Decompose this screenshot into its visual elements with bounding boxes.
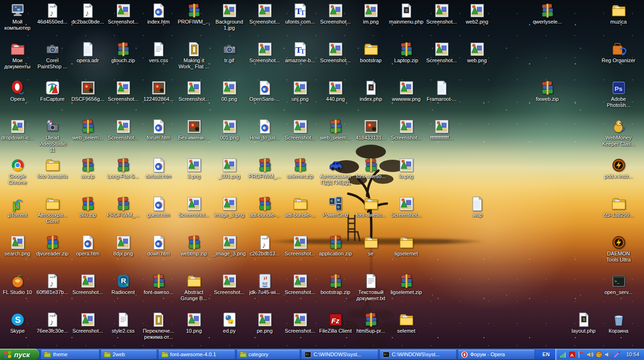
desktop-icon[interactable]: pe.png bbox=[248, 312, 282, 334]
desktop-icon[interactable]: Screenshot... bbox=[71, 312, 105, 334]
desktop-icon[interactable]: im.png bbox=[354, 3, 388, 25]
desktop-icon[interactable]: selemet.zip bbox=[283, 157, 317, 180]
desktop-icon[interactable]: .mp3♪46d4550ed... bbox=[35, 3, 69, 25]
desktop-icon[interactable]: application.zip bbox=[318, 235, 352, 257]
desktop-icon[interactable]: Текстовый документ.txt bbox=[354, 273, 388, 302]
desktop-icon[interactable]: PROFIWM_... bbox=[248, 157, 282, 180]
desktop-icon[interactable]: wwwww.png bbox=[389, 80, 423, 102]
desktop-icon[interactable]: qwertysele... bbox=[530, 3, 564, 25]
desktop-icon[interactable]: PsAdobe Photosh... bbox=[602, 80, 636, 108]
desktop-icon[interactable]: font-aweso... bbox=[354, 196, 388, 218]
desktop-icon[interactable]: PROFIWM_... bbox=[177, 3, 211, 25]
desktop-icon[interactable]: Screenshot... bbox=[106, 119, 140, 141]
desktop-icon[interactable]: .wap bbox=[460, 196, 494, 218]
desktop-icon[interactable]: Screenshot... bbox=[283, 235, 317, 257]
tray-red-flag-icon[interactable] bbox=[577, 351, 585, 358]
taskbar-task[interactable]: C:\C:\WINDOWS\syst... bbox=[301, 349, 378, 360]
desktop-icon[interactable]: Background 1.jpg bbox=[212, 3, 246, 31]
desktop-icon[interactable]: DAEMON Tools Ultra bbox=[602, 235, 636, 263]
desktop-icon[interactable]: ffffffffffffff... bbox=[425, 119, 459, 141]
desktop-icon[interactable]: 440.png bbox=[318, 80, 352, 102]
desktop-icon[interactable]: index.htm bbox=[142, 3, 176, 25]
desktop-icon[interactable]: adt-bundle-... bbox=[248, 196, 282, 218]
desktop-icon[interactable]: Sindex.php bbox=[354, 80, 388, 102]
desktop-icon[interactable]: Screenshot... bbox=[389, 196, 423, 218]
desktop-icon[interactable]: fixweb.zip bbox=[530, 80, 564, 102]
language-indicator[interactable]: EN bbox=[536, 349, 555, 360]
desktop-icon[interactable]: Screenshot... bbox=[177, 196, 211, 218]
taskbar-task[interactable]: category bbox=[236, 349, 301, 360]
taskbar-task[interactable]: C:\C:\WINDOWS\syst... bbox=[379, 349, 457, 360]
desktop-icon[interactable]: 001.png bbox=[212, 119, 246, 141]
desktop-icon[interactable]: 860.zip bbox=[71, 196, 105, 218]
desktop-icon[interactable]: Screenshot... bbox=[283, 273, 317, 295]
desktop-icon[interactable]: Laptop.zip bbox=[389, 41, 423, 64]
desktop-icon[interactable]: foto kumatria bbox=[35, 157, 69, 180]
desktop-icon[interactable]: 00.png bbox=[212, 80, 246, 102]
desktop-icon[interactable]: muzica bbox=[602, 3, 636, 25]
desktop-icon[interactable]: Screenshot... bbox=[283, 312, 317, 334]
desktop-icon[interactable]: guest.htm bbox=[142, 196, 176, 218]
desktop-icon[interactable]: Мои документы bbox=[0, 41, 34, 70]
tray-network-signal-icon[interactable] bbox=[560, 351, 567, 358]
desktop-icon[interactable]: Screenshot... bbox=[425, 41, 459, 64]
desktop-icon[interactable]: Корзина bbox=[602, 312, 636, 334]
desktop-icon[interactable]: selemet bbox=[389, 312, 423, 334]
start-button[interactable]: пуск bbox=[0, 349, 39, 360]
desktop-icon[interactable]: ligselemet bbox=[389, 235, 423, 257]
desktop-icon[interactable]: html5up-pr... bbox=[354, 312, 388, 334]
desktop-icon[interactable]: Screenshot... bbox=[248, 41, 282, 64]
desktop-icon[interactable]: Screenshot... bbox=[106, 80, 140, 102]
desktop-icon[interactable]: Screenshot... bbox=[318, 3, 352, 25]
desktop-icon[interactable]: Reg Organizer bbox=[602, 41, 636, 64]
desktop-icon[interactable]: bootstrap.zip bbox=[318, 273, 352, 295]
desktop-icon[interactable]: FzFileZilla Client bbox=[318, 312, 352, 334]
desktop-icon[interactable]: ligselemet.zip bbox=[389, 273, 423, 295]
desktop-icon[interactable]: jdk-7u45-wi... bbox=[248, 273, 282, 295]
desktop-icon[interactable]: Screenshot... bbox=[106, 3, 140, 25]
taskbar-task[interactable]: 2web bbox=[100, 349, 157, 360]
desktop-icon[interactable]: Автосохра... Corel bbox=[35, 196, 69, 224]
desktop-icon[interactable]: opera.adr bbox=[71, 41, 105, 64]
taskbar-task[interactable]: font-awesome-4.0.1 bbox=[158, 349, 235, 360]
desktop-icon[interactable]: av.zip bbox=[71, 157, 105, 180]
desktop-icon[interactable]: font-aweso... bbox=[354, 157, 388, 180]
desktop-icon[interactable]: Screenshot... bbox=[425, 3, 459, 25]
desktop-icon[interactable]: TTamazone-b... bbox=[283, 41, 317, 64]
desktop-icon[interactable]: Screenshot... bbox=[71, 273, 105, 295]
desktop-icon[interactable]: Google Chrome bbox=[0, 157, 34, 186]
desktop-icon[interactable]: djvureader.zip bbox=[35, 235, 69, 257]
desktop-icon[interactable]: web_selem... bbox=[318, 119, 352, 141]
desktop-icon[interactable]: unj.png bbox=[283, 80, 317, 102]
desktop-icon[interactable]: FL Studio 10 bbox=[0, 273, 34, 295]
desktop-icon[interactable]: webtmp.zip bbox=[177, 235, 211, 257]
desktop-icon[interactable]: RRadiocent bbox=[106, 273, 140, 295]
desktop-icon[interactable]: search.png bbox=[0, 235, 34, 257]
tray-volume-icon[interactable] bbox=[586, 351, 594, 358]
desktop-icon[interactable]: Screenshot... bbox=[389, 119, 423, 141]
desktop-icon[interactable]: SSkype bbox=[0, 312, 34, 334]
desktop-icon[interactable]: .mp3♪dc2bac0bde... bbox=[71, 3, 105, 25]
desktop-icon[interactable]: Corel PaintShop ... bbox=[35, 41, 69, 70]
desktop-icon[interactable]: FsCapture bbox=[35, 80, 69, 102]
desktop-icon[interactable]: 122492864... bbox=[142, 80, 176, 102]
desktop-icon[interactable]: .mp3♪76ee3fc30e... bbox=[35, 312, 69, 334]
taskbar-task[interactable]: Форум - Opera bbox=[458, 349, 535, 360]
desktop-icon[interactable]: adt-bundle-... bbox=[283, 196, 317, 218]
desktop-icon[interactable]: TTufonts.com... bbox=[283, 3, 317, 25]
desktop-icon[interactable]: Screenshot... bbox=[318, 41, 352, 64]
desktop-icon[interactable]: 3.png bbox=[177, 157, 211, 180]
desktop-icon[interactable]: .mp3♪c262bdb13... bbox=[248, 235, 282, 257]
desktop-icon[interactable]: pdd.x-instr... bbox=[602, 157, 636, 180]
desktop-icon[interactable]: style2.css bbox=[106, 312, 140, 334]
desktop-icon[interactable]: 8djx.png bbox=[106, 235, 140, 257]
desktop-icon[interactable]: font-aweso... bbox=[142, 273, 176, 295]
tray-stylus-pen-icon[interactable] bbox=[613, 351, 620, 358]
desktop-icon[interactable]: 10.png bbox=[177, 312, 211, 334]
desktop-icon[interactable]: Long-Flat-S... bbox=[106, 157, 140, 180]
desktop-icon[interactable]: Screenshot... bbox=[248, 3, 282, 25]
desktop-icon[interactable]: Slayout.php bbox=[567, 312, 601, 334]
desktop-icon[interactable]: Smainmenu.php bbox=[389, 3, 423, 25]
desktop-icon[interactable]: Без-имени-... bbox=[177, 119, 211, 141]
desktop-icon[interactable]: image_3.png bbox=[212, 196, 246, 218]
